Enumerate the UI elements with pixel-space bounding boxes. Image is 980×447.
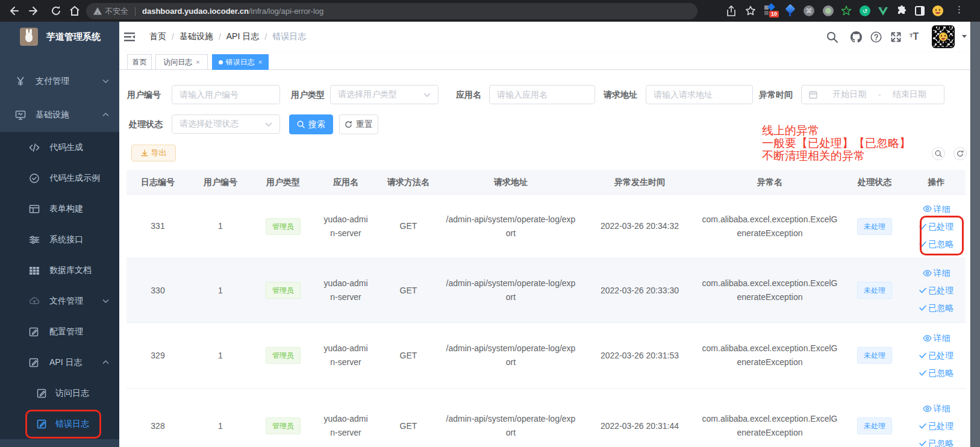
search-icon[interactable] [826,31,838,43]
download-icon [141,149,148,157]
extensions-puzzle-icon[interactable] [896,5,907,16]
sidepanel-icon[interactable] [914,5,925,16]
bookmark-star-icon[interactable] [745,5,756,16]
back-icon[interactable] [8,5,19,16]
extension-vue-icon[interactable] [878,5,888,16]
breadcrumb-item[interactable]: API 日志 [226,31,259,42]
extension-green-circle-icon[interactable]: ↺ [860,5,870,16]
cell-log-id: 329 [126,323,189,388]
share-icon[interactable] [726,5,737,16]
font-size-icon[interactable]: TT [910,31,921,43]
exception-time-range-picker[interactable]: 开始日期 - 结束日期 [801,85,944,104]
edit-icon [29,357,40,368]
reset-button[interactable]: 重置 [339,114,378,134]
cloud-icon [29,296,40,307]
sidebar-item[interactable]: 配置管理 [0,316,119,347]
extension-tag-manager-icon[interactable]: 10 [764,5,775,16]
warning-icon [93,7,102,15]
reload-icon[interactable] [51,5,61,16]
cell-user-type: 管理员 [252,323,314,388]
extension-kite-icon[interactable] [785,5,796,16]
export-button[interactable]: 导出 [131,145,176,161]
toggle-search-button[interactable] [932,147,945,160]
processed-label: 已处理 [928,286,953,295]
security-warning[interactable]: 不安全 [93,6,128,17]
sidebar-item[interactable]: 代码生成 [0,132,119,163]
process-status-select[interactable]: 请选择处理状态 [172,114,280,134]
user-id-input[interactable] [172,85,280,104]
user-type-select[interactable]: 请选择用户类型 [330,85,439,104]
user-avatar[interactable] [932,25,955,48]
search-button[interactable]: 搜索 [289,114,333,134]
processed-link[interactable]: 已处理 [919,286,953,295]
detail-link[interactable]: 详细 [923,333,950,343]
processed-link[interactable]: 已处理 [919,351,953,360]
sidebar-item[interactable]: 基础设施 [0,98,119,132]
address-bar[interactable]: 不安全 dashboard.yudao.iocoder.cn/infra/log… [86,3,698,19]
breadcrumb-item[interactable]: 首页 [149,31,166,42]
extension-star-icon[interactable] [841,5,852,16]
home-icon[interactable] [69,5,80,16]
ignored-link[interactable]: 已忽略 [919,368,953,378]
refresh-table-button[interactable] [953,147,967,160]
forward-icon[interactable] [29,5,40,16]
sidebar-item[interactable]: 表单构建 [0,193,119,224]
sidebar-item[interactable]: 数据库文档 [0,255,119,286]
request-url-input[interactable] [646,85,753,104]
sidebar-item-label: 代码生成示例 [49,173,100,184]
extension-record-icon[interactable] [823,5,834,16]
sidebar-item-label: 支付管理 [36,76,69,87]
ignored-link[interactable]: 已忽略 [919,303,953,313]
sidebar-item[interactable]: 系统接口 [0,224,119,255]
cell-log-id: 331 [126,195,189,258]
sidebar-item[interactable]: 代码生成示例 [0,163,119,193]
column-header: 日志编号 [126,170,189,194]
status-tag: 未处理 [857,417,892,434]
start-date-placeholder[interactable]: 开始日期 [821,89,878,100]
user-type-tag: 管理员 [266,218,301,235]
ignored-link[interactable]: 已忽略 [919,439,953,447]
detail-link[interactable]: 详细 [923,404,950,413]
tab-home[interactable]: 首页 [127,54,152,70]
tab-error-log[interactable]: 错误日志× [212,54,269,70]
sidebar-item[interactable]: 文件管理 [0,286,119,316]
action-links: 详细已处理已忽略 [919,333,953,378]
page-content: 用户编号 用户类型 请选择用户类型 应用名 请求地址 异常时间 开始日期 - 结… [119,70,970,447]
close-tab-icon[interactable]: × [196,58,199,66]
edit-icon [29,327,40,337]
chevron-down-icon [102,79,109,83]
extension-cmd-icon[interactable]: ⌘ [804,5,814,16]
grid-icon [29,265,40,276]
column-header: 请求方法名 [377,170,440,194]
detail-label: 详细 [934,333,950,343]
cell-exception-time: 2022-03-26 20:34:32 [582,195,698,258]
processed-link[interactable]: 已处理 [919,421,953,431]
breadcrumb-item[interactable]: 基础设施 [179,31,213,42]
user-type-tag: 管理员 [266,282,301,299]
request-url-text: /admin-api/system/operate-log/export [445,342,576,369]
cell-status: 未处理 [842,258,907,322]
browser-menu-icon[interactable]: ⋮ [955,4,964,15]
tab-access-log[interactable]: 访问日志× [155,54,208,70]
browser-scrollbar[interactable] [970,22,980,447]
fullscreen-icon[interactable] [890,31,902,43]
collapse-sidebar-icon[interactable] [123,31,136,43]
detail-link[interactable]: 详细 [923,204,950,214]
github-icon[interactable] [850,31,862,43]
sidebar-item[interactable]: API 日志 [0,347,119,378]
avatar-caret-icon[interactable] [962,35,967,40]
cell-user-id: 1 [189,323,252,388]
column-header: 用户编号 [189,170,252,194]
help-icon[interactable] [870,31,882,43]
profile-avatar-icon[interactable] [932,5,943,16]
close-tab-icon[interactable]: × [258,58,262,66]
detail-link[interactable]: 详细 [923,268,950,278]
sidebar-item[interactable]: 访问日志 [0,378,119,408]
processed-label: 已处理 [928,351,953,360]
cell-actions: 详细已处理已忽略 [907,389,966,447]
search-icon [935,150,942,157]
app-name-input[interactable] [489,85,595,104]
sidebar-item[interactable]: 支付管理 [0,64,119,98]
end-date-placeholder[interactable]: 结束日期 [881,89,938,100]
cell-user-type: 管理员 [252,195,314,258]
